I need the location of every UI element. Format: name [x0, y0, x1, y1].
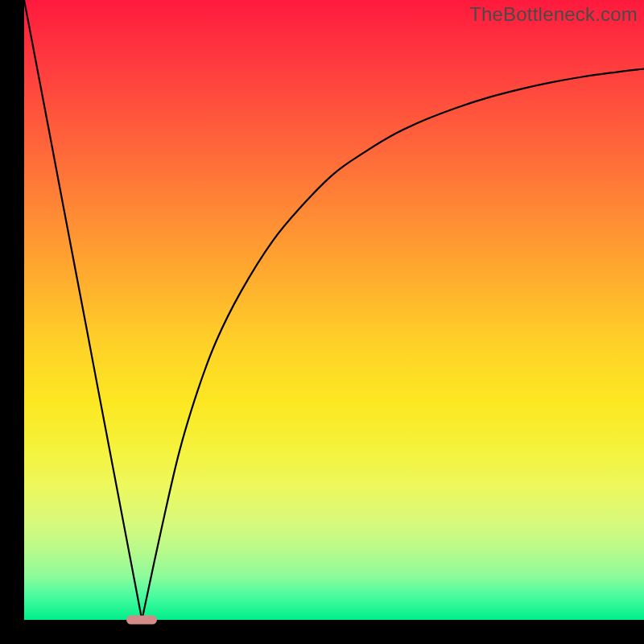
- watermark-text: TheBottleneck.com: [469, 3, 638, 26]
- curve-path: [24, 0, 644, 620]
- chart-frame: TheBottleneck.com: [0, 0, 644, 644]
- plot-area: TheBottleneck.com: [24, 0, 644, 620]
- minimum-marker: [126, 616, 157, 625]
- bottleneck-curve: [24, 0, 644, 620]
